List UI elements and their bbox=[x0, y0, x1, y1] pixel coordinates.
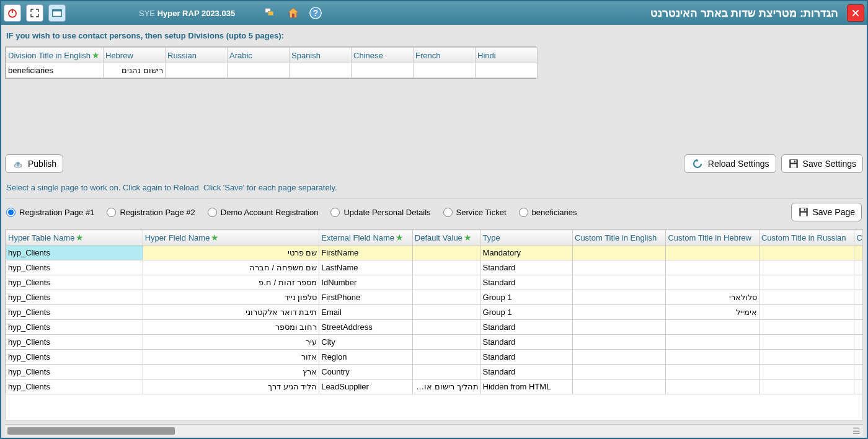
cell[interactable] bbox=[666, 275, 759, 290]
divisions-header-cell[interactable]: Hindi bbox=[476, 48, 538, 63]
cell[interactable]: Group 1 bbox=[480, 305, 572, 320]
cell[interactable]: hyp_Clients bbox=[6, 305, 143, 320]
divisions-header-cell[interactable]: French bbox=[414, 48, 476, 63]
cell[interactable] bbox=[412, 246, 480, 260]
cell[interactable] bbox=[666, 379, 759, 394]
page-radio-input[interactable] bbox=[6, 208, 16, 217]
cell[interactable] bbox=[573, 275, 666, 290]
fields-header-cell[interactable]: External Field Name★ bbox=[319, 230, 412, 246]
cell[interactable]: Standard bbox=[480, 335, 572, 350]
cell[interactable]: מספר זהות / ח.פ bbox=[143, 275, 319, 290]
cell[interactable] bbox=[412, 290, 480, 305]
cell[interactable] bbox=[759, 305, 854, 320]
page-radio[interactable]: Update Personal Details bbox=[330, 208, 430, 217]
cell[interactable] bbox=[412, 365, 480, 379]
page-radio-input[interactable] bbox=[443, 208, 453, 217]
help-icon[interactable]: ? bbox=[307, 4, 324, 22]
divisions-row[interactable]: beneficiaries רישום נהנים bbox=[6, 63, 538, 78]
page-radio-input[interactable] bbox=[107, 208, 116, 217]
cell[interactable]: FirstPhone bbox=[319, 290, 412, 305]
cell[interactable]: City bbox=[319, 335, 412, 350]
cell[interactable]: hyp_Clients bbox=[6, 275, 143, 290]
cell[interactable] bbox=[666, 320, 759, 335]
cell[interactable] bbox=[666, 365, 759, 379]
cell[interactable]: hyp_Clients bbox=[6, 379, 143, 394]
cell[interactable] bbox=[666, 260, 759, 275]
table-row[interactable]: hyp_Clientsתיבת דואר אלקטרוניEmailGroup … bbox=[6, 305, 864, 320]
page-radio[interactable]: Service Ticket bbox=[443, 208, 507, 217]
cell[interactable]: אימייל bbox=[666, 305, 759, 320]
fields-header-cell[interactable]: Custom Title in English bbox=[573, 230, 666, 246]
page-radio-input[interactable] bbox=[330, 208, 340, 217]
save-settings-button[interactable]: Save Settings bbox=[781, 154, 863, 173]
cell[interactable] bbox=[412, 305, 480, 320]
cell[interactable]: שם פרטי bbox=[143, 246, 319, 260]
cell[interactable]: LeadSupplier bbox=[319, 379, 412, 394]
divisions-header-cell[interactable]: Chinese bbox=[352, 48, 414, 63]
cell[interactable] bbox=[573, 350, 666, 365]
power-button[interactable] bbox=[4, 4, 21, 22]
page-radio[interactable]: Registration Page #1 bbox=[6, 208, 94, 217]
divisions-header-cell[interactable]: Arabic bbox=[228, 48, 290, 63]
cell[interactable]: אזור bbox=[143, 350, 319, 365]
cell[interactable]: Standard bbox=[480, 320, 572, 335]
cell[interactable] bbox=[573, 379, 666, 394]
cell[interactable] bbox=[573, 290, 666, 305]
cell[interactable] bbox=[666, 335, 759, 350]
table-row[interactable]: hyp_Clientsמספר זהות / ח.פIdNumberStanda… bbox=[6, 275, 864, 290]
cell[interactable] bbox=[759, 246, 854, 260]
page-radio-input[interactable] bbox=[519, 208, 528, 217]
cell[interactable]: hyp_Clients bbox=[6, 350, 143, 365]
table-row[interactable]: hyp_Clientsשם פרטיFirstNameMandatory bbox=[6, 246, 864, 260]
page-radio[interactable]: beneficiaries bbox=[519, 208, 577, 217]
cell[interactable]: Region bbox=[319, 350, 412, 365]
cell[interactable] bbox=[666, 246, 759, 260]
cell[interactable]: שם משפחה / חברה bbox=[143, 260, 319, 275]
divisions-header-cell[interactable]: Division Title in English★ bbox=[6, 48, 104, 63]
cell[interactable]: הליד הגיע דרך bbox=[143, 379, 319, 394]
table-row[interactable]: hyp_Clientsטלפון ניידFirstPhoneGroup 1סל… bbox=[6, 290, 864, 305]
save-page-button[interactable]: Save Page bbox=[791, 203, 862, 221]
page-radio-input[interactable] bbox=[208, 208, 217, 217]
table-row[interactable]: hyp_ClientsעירCityStandard bbox=[6, 335, 864, 350]
cell[interactable]: LastName bbox=[319, 260, 412, 275]
cell[interactable]: תיבת דואר אלקטרוני bbox=[143, 305, 319, 320]
cell[interactable] bbox=[412, 350, 480, 365]
cell[interactable] bbox=[759, 260, 854, 275]
cell[interactable]: Hidden from HTML bbox=[480, 379, 572, 394]
publish-button[interactable]: Publish bbox=[5, 154, 63, 173]
fields-header-cell[interactable]: Type bbox=[480, 230, 572, 246]
fullscreen-button[interactable] bbox=[26, 4, 43, 22]
fields-header-cell[interactable]: Hyper Table Name★ bbox=[6, 230, 143, 246]
cell[interactable] bbox=[759, 275, 854, 290]
cell[interactable] bbox=[573, 365, 666, 379]
table-row[interactable]: hyp_ClientsארץCountryStandard bbox=[6, 365, 864, 379]
cell[interactable]: סלולארי bbox=[666, 290, 759, 305]
cell[interactable]: IdNumber bbox=[319, 275, 412, 290]
fields-header-cell[interactable]: Hyper Field Name★ bbox=[143, 230, 319, 246]
menu-icon[interactable]: ☰ bbox=[852, 426, 861, 436]
cell[interactable]: Standard bbox=[480, 350, 572, 365]
bottom-scrollbar[interactable]: ☰ bbox=[5, 424, 863, 437]
cell[interactable]: Standard bbox=[480, 260, 572, 275]
cell[interactable]: hyp_Clients bbox=[6, 365, 143, 379]
table-row[interactable]: hyp_ClientsאזורRegionStandard bbox=[6, 350, 864, 365]
fields-header-cell[interactable]: Custom Title in Russian bbox=[759, 230, 854, 246]
division-english-cell[interactable]: beneficiaries bbox=[6, 63, 104, 78]
cell[interactable] bbox=[573, 260, 666, 275]
cell[interactable]: Standard bbox=[480, 365, 572, 379]
table-row[interactable]: hyp_Clientsרחוב ומספרStreetAddressStanda… bbox=[6, 320, 864, 335]
cell[interactable] bbox=[412, 275, 480, 290]
windows-icon[interactable] bbox=[262, 4, 280, 22]
cell[interactable] bbox=[573, 335, 666, 350]
cell[interactable] bbox=[759, 379, 854, 394]
cell[interactable]: hyp_Clients bbox=[6, 335, 143, 350]
cell[interactable]: hyp_Clients bbox=[6, 246, 143, 260]
cell[interactable]: hyp_Clients bbox=[6, 260, 143, 275]
cell[interactable]: FirstName bbox=[319, 246, 412, 260]
cell[interactable] bbox=[573, 305, 666, 320]
divisions-header-cell[interactable]: Spanish bbox=[290, 48, 352, 63]
cell[interactable] bbox=[412, 320, 480, 335]
cell[interactable]: Country bbox=[319, 365, 412, 379]
cell[interactable]: hyp_Clients bbox=[6, 290, 143, 305]
